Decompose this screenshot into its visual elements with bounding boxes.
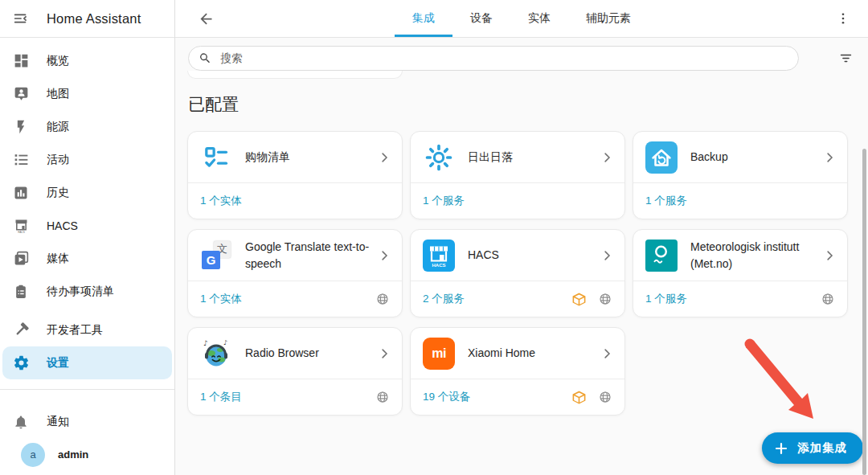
sidebar-item-map[interactable]: 地图 xyxy=(0,77,174,110)
topbar: 集成 设备 实体 辅助元素 xyxy=(175,0,868,38)
sidebar-item-todo[interactable]: 待办事项清单 xyxy=(0,275,174,308)
website-globe-icon[interactable] xyxy=(598,292,612,306)
energy-icon xyxy=(12,118,30,136)
chevron-right-icon[interactable] xyxy=(822,248,837,263)
tab-devices[interactable]: 设备 xyxy=(452,0,510,37)
sidebar-item-settings[interactable]: 设置 xyxy=(2,346,172,379)
sidebar-item-logbook[interactable]: 活动 xyxy=(0,143,174,176)
add-integration-button[interactable]: 添加集成 xyxy=(762,432,863,464)
sidebar-item-history[interactable]: 历史 xyxy=(0,176,174,209)
entries-link[interactable]: 1 个条目 xyxy=(200,390,242,404)
scrollbar-thumb[interactable] xyxy=(862,149,866,475)
svg-text:HACS: HACS xyxy=(432,263,445,268)
package-icon[interactable] xyxy=(571,390,587,405)
website-globe-icon[interactable] xyxy=(598,390,612,404)
tab-helpers[interactable]: 辅助元素 xyxy=(568,0,649,37)
package-icon[interactable] xyxy=(571,292,587,307)
chevron-right-icon[interactable] xyxy=(600,150,614,165)
chevron-right-icon[interactable] xyxy=(377,346,391,361)
play-box-icon xyxy=(12,250,30,268)
hammer-icon xyxy=(12,321,30,339)
services-link[interactable]: 1 个服务 xyxy=(645,194,687,208)
content: 已配置 购物清单 1 个实体 xyxy=(175,38,868,475)
search-row xyxy=(175,38,868,71)
chevron-right-icon[interactable] xyxy=(822,150,837,165)
chevron-right-icon[interactable] xyxy=(600,346,614,361)
integration-card-google-translate[interactable]: 文G Google Translate text-to-speech 1 个实体 xyxy=(187,229,403,317)
map-icon xyxy=(12,85,30,103)
list-icon xyxy=(12,151,30,169)
hacs-icon: HACS xyxy=(423,240,455,272)
filter-icon[interactable] xyxy=(838,51,854,66)
shopping-list-icon xyxy=(200,141,232,174)
met-no-icon xyxy=(645,240,678,272)
services-link[interactable]: 1 个服务 xyxy=(423,194,465,208)
website-globe-icon[interactable] xyxy=(375,390,390,404)
chevron-right-icon[interactable] xyxy=(377,248,391,263)
chevron-right-icon[interactable] xyxy=(377,150,391,165)
integration-card-radio-browser[interactable]: ♪ ♪ xyxy=(187,327,403,416)
tab-entities[interactable]: 实体 xyxy=(510,0,568,37)
gear-icon xyxy=(12,354,30,372)
integration-card-hacs[interactable]: HACS HACS 2 个服务 xyxy=(410,229,625,317)
sidebar-item-overview[interactable]: 概览 xyxy=(0,44,174,77)
user-name: admin xyxy=(58,448,88,461)
tab-integrations[interactable]: 集成 xyxy=(395,0,452,37)
chevron-right-icon[interactable] xyxy=(600,248,614,263)
sidebar: Home Assistant 概览 地图 能源 活动 xyxy=(0,0,175,475)
sidebar-toggle-icon[interactable] xyxy=(12,10,30,27)
sidebar-item-media[interactable]: 媒体 xyxy=(0,242,174,275)
integration-card-shopping-list[interactable]: 购物清单 1 个实体 xyxy=(187,131,403,219)
entities-link[interactable]: 1 个实体 xyxy=(200,292,242,306)
overflow-menu-icon[interactable] xyxy=(836,11,850,26)
radio-browser-icon: ♪ ♪ xyxy=(200,338,232,370)
website-globe-icon[interactable] xyxy=(375,292,390,306)
sidebar-item-devtools[interactable]: 开发者工具 xyxy=(0,313,174,346)
add-integration-label: 添加集成 xyxy=(797,440,847,456)
integration-card-xiaomi-home[interactable]: mi Xiaomi Home 19 个设备 xyxy=(410,327,625,416)
sidebar-item-hacs[interactable]: HACS HACS xyxy=(0,209,174,242)
integration-card-met-no[interactable]: Meteorologisk institutt (Met.no) 1 个服务 xyxy=(633,229,848,317)
partially-scrolled-card xyxy=(187,71,403,79)
xiaomi-home-icon: mi xyxy=(423,338,455,370)
google-translate-icon: 文G xyxy=(200,240,232,272)
back-button[interactable] xyxy=(198,10,215,27)
svg-text:♪: ♪ xyxy=(223,339,227,346)
services-link[interactable]: 2 个服务 xyxy=(423,292,465,306)
backup-icon xyxy=(645,141,678,174)
main-area: 集成 设备 实体 辅助元素 已配置 xyxy=(175,0,868,475)
sidebar-bottom: 通知 a admin xyxy=(0,405,174,471)
svg-text:HACS: HACS xyxy=(18,231,25,234)
dashboard-icon xyxy=(12,52,30,70)
sidebar-nav: 概览 地图 能源 活动 历史 HACS xyxy=(0,38,174,390)
app-title: Home Assistant xyxy=(47,11,141,27)
integration-card-sun[interactable]: 日出日落 1 个服务 xyxy=(410,131,625,219)
clipboard-icon xyxy=(12,283,30,301)
svg-text:♪: ♪ xyxy=(203,339,208,347)
search-bar[interactable] xyxy=(188,46,799,71)
sidebar-divider xyxy=(0,389,174,390)
avatar: a xyxy=(21,443,45,467)
store-icon: HACS xyxy=(12,217,30,235)
sidebar-item-energy[interactable]: 能源 xyxy=(0,110,174,143)
search-input[interactable] xyxy=(219,51,788,65)
devices-link[interactable]: 19 个设备 xyxy=(423,390,470,404)
sidebar-item-notifications[interactable]: 通知 xyxy=(0,405,174,438)
sun-icon xyxy=(423,141,455,174)
website-globe-icon[interactable] xyxy=(821,292,835,306)
tab-bar: 集成 设备 实体 辅助元素 xyxy=(395,0,649,37)
entities-link[interactable]: 1 个实体 xyxy=(200,194,242,208)
services-link[interactable]: 1 个服务 xyxy=(645,292,687,306)
integrations-grid: 购物清单 1 个实体 日出日落 xyxy=(187,131,868,416)
bell-icon xyxy=(12,413,30,431)
integration-card-backup[interactable]: Backup 1 个服务 xyxy=(633,131,848,219)
sidebar-user[interactable]: a admin xyxy=(0,438,174,471)
search-icon xyxy=(199,51,211,65)
chart-icon xyxy=(12,184,30,202)
section-heading: 已配置 xyxy=(188,95,868,113)
sidebar-header: Home Assistant xyxy=(0,0,174,38)
plus-icon xyxy=(775,442,788,455)
